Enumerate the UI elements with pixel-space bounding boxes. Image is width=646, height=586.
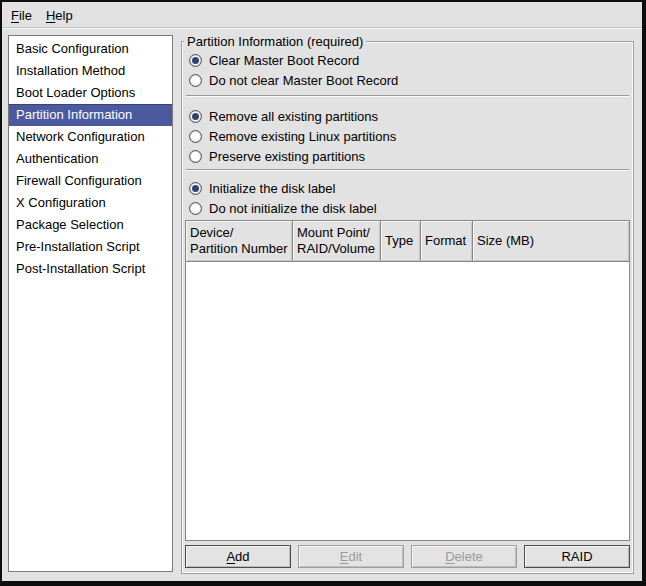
sidebar-list: Basic ConfigurationInstallation MethodBo…: [8, 35, 173, 572]
sidebar-item-package-selection[interactable]: Package Selection: [9, 214, 172, 236]
partition-table: Device/ Partition NumberMount Point/ RAI…: [185, 220, 630, 541]
radio-label: Do not clear Master Boot Record: [209, 73, 398, 88]
delete-button: Delete: [411, 545, 517, 568]
sidebar-item-installation-method[interactable]: Installation Method: [9, 60, 172, 82]
sidebar-item-firewall-configuration[interactable]: Firewall Configuration: [9, 170, 172, 192]
column-header-type[interactable]: Type: [381, 221, 421, 261]
sidebar-item-authentication[interactable]: Authentication: [9, 148, 172, 170]
sidebar-item-pre-installation-script[interactable]: Pre-Installation Script: [9, 236, 172, 258]
radio-option-remove-existing-linux-partitions[interactable]: Remove existing Linux partitions: [185, 126, 630, 146]
raid-button[interactable]: RAID: [524, 545, 630, 568]
radio-button-icon[interactable]: [189, 202, 202, 215]
radio-label: Remove all existing partitions: [209, 109, 378, 124]
separator: [186, 95, 629, 97]
column-header-size-mb[interactable]: Size (MB): [473, 221, 629, 261]
radio-label: Do not initialize the disk label: [209, 201, 377, 216]
column-header-mount-point-raid-volume[interactable]: Mount Point/ RAID/Volume: [293, 221, 381, 261]
radio-option-remove-all-existing-partitions[interactable]: Remove all existing partitions: [185, 106, 630, 126]
radio-button-icon[interactable]: [189, 110, 202, 123]
button-row: AddEditDeleteRAID: [185, 545, 630, 568]
radio-option-do-not-clear-master-boot-record[interactable]: Do not clear Master Boot Record: [185, 70, 630, 90]
partition-information-panel: Partition Information (required) Clear M…: [181, 41, 634, 574]
separator: [186, 169, 629, 171]
radio-button-icon[interactable]: [189, 182, 202, 195]
radio-label: Remove existing Linux partitions: [209, 129, 396, 144]
radio-option-initialize-the-disk-label[interactable]: Initialize the disk label: [185, 178, 630, 198]
radio-option-do-not-initialize-the-disk-label[interactable]: Do not initialize the disk label: [185, 198, 630, 218]
radio-button-icon[interactable]: [189, 74, 202, 87]
edit-button: Edit: [298, 545, 404, 568]
add-button[interactable]: Add: [185, 545, 291, 568]
radio-button-icon[interactable]: [189, 150, 202, 163]
sidebar-item-basic-configuration[interactable]: Basic Configuration: [9, 38, 172, 60]
radio-button-icon[interactable]: [189, 54, 202, 67]
radio-label: Clear Master Boot Record: [209, 53, 359, 68]
sidebar-item-network-configuration[interactable]: Network Configuration: [9, 126, 172, 148]
radio-label: Initialize the disk label: [209, 181, 335, 196]
column-header-format[interactable]: Format: [421, 221, 473, 261]
partition-table-body[interactable]: [185, 262, 630, 541]
radio-option-clear-master-boot-record[interactable]: Clear Master Boot Record: [185, 50, 630, 70]
panel-title: Partition Information (required): [184, 34, 366, 49]
partition-table-header: Device/ Partition NumberMount Point/ RAI…: [185, 220, 630, 262]
radio-label: Preserve existing partitions: [209, 149, 365, 164]
menu-item-help[interactable]: Help: [39, 2, 80, 28]
sidebar-item-partition-information[interactable]: Partition Information: [9, 104, 172, 126]
radio-button-icon[interactable]: [189, 130, 202, 143]
menu-item-file[interactable]: File: [4, 2, 39, 28]
sidebar-item-boot-loader-options[interactable]: Boot Loader Options: [9, 82, 172, 104]
radio-option-preserve-existing-partitions[interactable]: Preserve existing partitions: [185, 146, 630, 166]
sidebar-item-x-configuration[interactable]: X Configuration: [9, 192, 172, 214]
sidebar-item-post-installation-script[interactable]: Post-Installation Script: [9, 258, 172, 280]
menubar: FileHelp: [2, 2, 642, 29]
radio-groups: Clear Master Boot RecordDo not clear Mas…: [185, 50, 630, 218]
kickstart-configurator-window: FileHelp Basic ConfigurationInstallation…: [0, 0, 646, 586]
column-header-device-partition-number[interactable]: Device/ Partition Number: [186, 221, 293, 261]
